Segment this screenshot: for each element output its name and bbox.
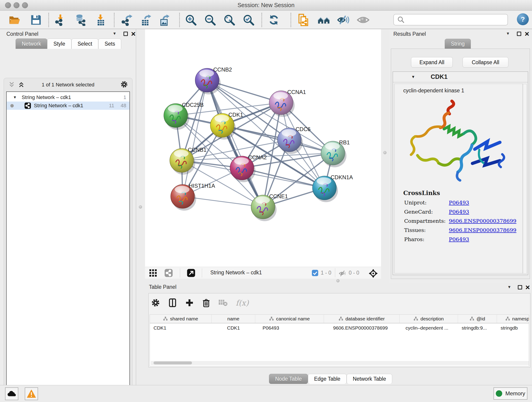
table-panel-collapse-button[interactable]: ▼: [506, 283, 513, 292]
toolbar-separator: [261, 13, 262, 27]
open-session-button[interactable]: [8, 14, 21, 26]
results-panel-collapse-button[interactable]: ▼: [505, 29, 511, 38]
network-edge[interactable]: [207, 80, 263, 207]
control-panel-close-button[interactable]: ×: [130, 29, 137, 38]
table-row[interactable]: CDK1 CDK1 P06493 9606.ENSP00000378699 cy…: [150, 323, 529, 332]
scrollbar-thumb[interactable]: [153, 361, 192, 364]
table-options-button[interactable]: [151, 298, 160, 307]
crosslink-link[interactable]: 9606.ENSP00000378699: [449, 227, 516, 233]
column-header[interactable]: namespac: [497, 315, 529, 323]
search-input[interactable]: [407, 15, 507, 24]
delete-column-button[interactable]: [202, 298, 210, 307]
import-network-button[interactable]: [54, 14, 66, 26]
network-view-canvas[interactable]: CCNB2CCNA1CDC25BCDK1CDC6RB1CCNB1CCNA2CDK…: [145, 29, 381, 267]
column-header[interactable]: canonical name: [255, 315, 324, 323]
network-node-ccnb1[interactable]: CCNB1: [170, 147, 206, 175]
tab-string-results[interactable]: String: [445, 39, 471, 49]
show-all-networks-button[interactable]: [317, 14, 330, 26]
tab-network-table[interactable]: Network Table: [347, 374, 392, 384]
network-edge[interactable]: [183, 80, 207, 196]
section-expander-icon[interactable]: ▼: [411, 75, 415, 79]
add-column-button[interactable]: [185, 298, 194, 307]
column-header[interactable]: description: [399, 315, 458, 323]
splitter-handle[interactable]: [336, 279, 340, 282]
function-builder-button[interactable]: f(x): [236, 298, 249, 307]
show-columns-button[interactable]: [168, 298, 177, 307]
external-link-icon: [187, 269, 196, 277]
network-view-share-button[interactable]: [164, 269, 173, 277]
network-node-ccne1[interactable]: CCNE1: [251, 193, 288, 221]
export-view-button[interactable]: [187, 269, 196, 277]
crosslink-link[interactable]: P06493: [449, 200, 469, 206]
hide-selected-button[interactable]: [337, 14, 349, 26]
export-table-button[interactable]: [140, 14, 152, 26]
clone-network-button[interactable]: [298, 14, 310, 26]
cell-namespace: stringdb: [497, 325, 529, 331]
export-image-button[interactable]: [158, 14, 171, 26]
zoom-out-button[interactable]: [204, 14, 216, 26]
table-panel-float-button[interactable]: [516, 283, 523, 292]
tab-edge-table[interactable]: Edge Table: [308, 374, 347, 384]
tree-expander-icon[interactable]: ▼: [13, 95, 17, 99]
network-node-ccna2[interactable]: CCNA2: [230, 154, 267, 182]
tab-network[interactable]: Network: [16, 38, 47, 49]
help-button[interactable]: ?: [517, 13, 529, 25]
birdseye-view-button[interactable]: [149, 269, 157, 277]
control-panel-float-button[interactable]: [122, 29, 129, 38]
selected-nodes-checkbox[interactable]: [312, 269, 318, 276]
splitter-handle[interactable]: [139, 205, 142, 209]
cell-shared-name: CDK1: [150, 325, 212, 331]
table-panel-close-button[interactable]: ×: [524, 283, 531, 292]
network-node-ccnb2[interactable]: CCNB2: [195, 66, 232, 95]
network-node-ccna1[interactable]: CCNA1: [269, 89, 306, 117]
results-scrollbar[interactable]: [523, 84, 527, 274]
zoom-fit-button[interactable]: [223, 14, 235, 26]
tab-node-table[interactable]: Node Table: [269, 374, 308, 384]
network-node-rb1[interactable]: RB1: [321, 139, 350, 167]
open-folder-icon: [8, 14, 20, 26]
import-table-button[interactable]: [94, 14, 107, 26]
network-node-cdc6[interactable]: CDC6: [278, 126, 310, 154]
tab-sets[interactable]: Sets: [98, 38, 121, 49]
network-collection-row[interactable]: ▼ String Network – cdk1 1: [7, 93, 129, 102]
memory-button[interactable]: Memory: [494, 387, 527, 400]
expand-all-button[interactable]: Expand All: [411, 57, 453, 68]
show-hidden-button[interactable]: [357, 14, 369, 26]
results-panel-float-button[interactable]: [515, 29, 522, 38]
control-panel-collapse-button[interactable]: ▼: [111, 29, 118, 38]
tab-select[interactable]: Select: [71, 38, 99, 49]
import-database-icon: [75, 14, 86, 26]
protein-section-header[interactable]: ▼ CDK1: [393, 72, 528, 82]
crosslink-link[interactable]: P06493: [449, 209, 469, 215]
network-row[interactable]: String Network – cdk1 11 48: [7, 102, 129, 110]
zoom-selected-button[interactable]: [242, 14, 255, 26]
cloud-status-button[interactable]: [5, 387, 18, 400]
splitter-handle[interactable]: [383, 151, 386, 154]
table-horizontal-scrollbar[interactable]: [151, 361, 529, 365]
export-network-button[interactable]: [121, 14, 133, 26]
crosslink-link[interactable]: P06493: [449, 236, 469, 242]
network-options-button[interactable]: [120, 80, 128, 88]
results-panel-close-button[interactable]: ×: [524, 29, 530, 38]
import-network-from-database-button[interactable]: [74, 14, 87, 26]
column-header[interactable]: database identifier: [324, 315, 399, 323]
refresh-button[interactable]: [268, 14, 280, 26]
zoom-in-button[interactable]: [185, 14, 197, 26]
network-node-cdkn1a[interactable]: CDKN1A: [312, 174, 353, 202]
hidden-elements-button[interactable]: [339, 270, 347, 277]
zoom-selected-icon: [243, 14, 254, 26]
collapse-all-button[interactable]: Collapse All: [462, 57, 508, 68]
column-header[interactable]: shared name: [150, 315, 212, 323]
save-session-button[interactable]: [30, 14, 42, 26]
table-panel: Table Panel ▼ ×: [136, 283, 532, 385]
fit-content-button[interactable]: [368, 269, 378, 278]
tab-style[interactable]: Style: [47, 38, 71, 49]
crosslink-link[interactable]: 9606.ENSP00000378699: [449, 218, 516, 224]
network-node-hist1h1a[interactable]: HIST1H1A: [171, 183, 215, 211]
table-box: f(x) shared name name canonical name: [148, 293, 530, 367]
string-network-graph[interactable]: CCNB2CCNA1CDC25BCDK1CDC6RB1CCNB1CCNA2CDK…: [145, 29, 381, 267]
delete-table-button[interactable]: [218, 299, 228, 307]
column-header[interactable]: @id: [458, 315, 497, 323]
warnings-button[interactable]: [25, 387, 38, 400]
column-header[interactable]: name: [212, 315, 255, 323]
